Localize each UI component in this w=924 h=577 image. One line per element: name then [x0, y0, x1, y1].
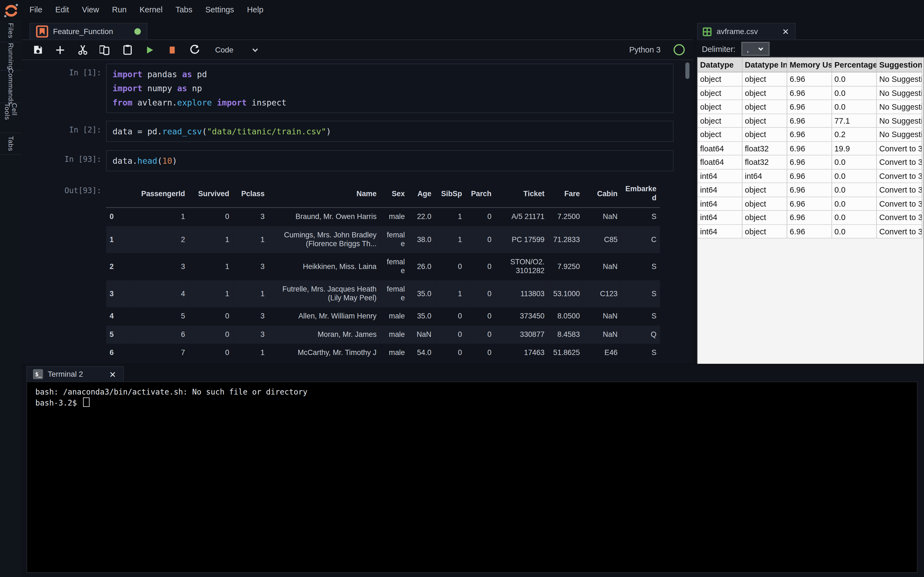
chevron-down-icon: [251, 46, 259, 54]
row-index: 1: [106, 226, 130, 253]
table-cell: S: [621, 208, 660, 226]
table-row: 6701McCarthy, Mr. Timothy Jmale54.000174…: [106, 344, 660, 362]
table-cell: 1: [233, 226, 268, 253]
notebook-vertical-scrollbar-thumb[interactable]: [685, 62, 690, 79]
sidebar-tab-files[interactable]: Files: [0, 19, 22, 43]
cell-type-select[interactable]: Code: [215, 45, 259, 54]
table-cell: 26.0: [409, 253, 435, 280]
csv-cell: int64: [698, 197, 743, 211]
csv-cell: object: [698, 100, 743, 114]
menu-item-settings[interactable]: Settings: [199, 0, 241, 19]
csv-row: int64object6.960.0Convert to 3: [698, 197, 924, 211]
table-cell: C85: [583, 226, 621, 253]
restart-button[interactable]: [187, 44, 201, 56]
table-cell: male: [380, 326, 409, 344]
table-cell: 113803: [495, 280, 548, 308]
csv-viewer-panel: avframe.csv ✕ Delimiter: , DatatypeDatat…: [697, 19, 924, 364]
cell-input-prompt: In [1]:: [22, 63, 106, 77]
csv-grid: DatatypeDatatype InMemory UsPercentageSu…: [697, 57, 924, 379]
csv-cell: No Suggesti: [877, 73, 922, 86]
terminal-tab-close-icon[interactable]: ✕: [108, 369, 118, 379]
menu-bar: FileEditViewRunKernelTabsSettingsHelp: [0, 0, 924, 19]
csv-cell: object: [743, 211, 787, 224]
terminal-tab-bar: $_ Terminal 2 ✕: [22, 364, 924, 381]
sidebar-tab-commands[interactable]: Commands: [0, 71, 22, 103]
dataframe-output: PassengerIdSurvivedPclassNameSexAgeSibSp…: [106, 180, 660, 362]
menu-item-file[interactable]: File: [23, 0, 49, 19]
terminal-tab[interactable]: $_ Terminal 2 ✕: [26, 366, 124, 382]
csv-grid-header: DatatypeDatatype InMemory UsPercentageSu…: [698, 58, 924, 73]
table-cell: 17463: [495, 344, 548, 362]
chevron-down-icon: [757, 45, 764, 53]
menu-item-run[interactable]: Run: [106, 0, 133, 19]
csv-cell: object: [698, 128, 743, 142]
table-cell: 1: [189, 226, 233, 253]
run-button[interactable]: [143, 44, 157, 56]
code-cell: In [2]:data = pd.read_csv("data/titanic/…: [22, 121, 693, 142]
table-cell: 0: [435, 344, 465, 362]
csv-cell: 77.1: [832, 114, 877, 128]
copy-button[interactable]: [98, 44, 112, 56]
table-row: 4503Allen, Mr. William Henrymale35.00037…: [106, 308, 660, 326]
row-index: 2: [106, 253, 130, 280]
menu-item-tabs[interactable]: Tabs: [169, 0, 199, 19]
table-cell: 5: [129, 308, 188, 326]
table-cell: 0: [189, 326, 233, 344]
table-cell: Braund, Mr. Owen Harris: [268, 208, 380, 226]
table-cell: 7.9250: [548, 253, 583, 280]
sidebar-tab-tabs[interactable]: Tabs: [0, 133, 22, 155]
csv-cell: Convert to 3: [877, 183, 922, 197]
csv-column-header: Memory Us: [787, 58, 832, 73]
table-cell: 6: [129, 326, 188, 344]
sidebar-tab-label: Files: [7, 23, 15, 38]
csv-cell: int64: [698, 183, 743, 197]
cell-code-editor[interactable]: import pandas as pdimport numpy as npfro…: [106, 63, 674, 113]
save-button[interactable]: [31, 44, 45, 56]
csv-tab[interactable]: avframe.csv ✕: [697, 23, 796, 40]
table-cell: Heikkinen, Miss. Laina: [268, 253, 380, 280]
table-cell: S: [621, 253, 660, 280]
column-header: Ticket: [495, 180, 548, 208]
cut-button[interactable]: [75, 44, 89, 56]
column-header: Age: [409, 180, 435, 208]
stop-button[interactable]: [165, 44, 179, 56]
csv-cell: float64: [698, 156, 743, 169]
table-cell: 22.0: [409, 208, 435, 226]
menu-item-help[interactable]: Help: [241, 0, 270, 19]
toolbar-icons: [26, 44, 205, 56]
table-cell: 0: [465, 344, 495, 362]
csv-cell: object: [743, 225, 787, 239]
csv-cell: 6.96: [787, 86, 832, 100]
csv-tab-close-icon[interactable]: ✕: [781, 27, 790, 36]
kernel-status-icon: [674, 44, 685, 55]
menu-item-view[interactable]: View: [75, 0, 105, 19]
csv-cell: 0.0: [832, 225, 877, 239]
csv-cell: int64: [698, 225, 743, 239]
code-line: data = pd.read_csv("data/titanic/train.c…: [113, 124, 667, 138]
table-cell: NaN: [409, 326, 435, 344]
app-logo-icon: [3, 2, 19, 19]
menu-item-kernel[interactable]: Kernel: [133, 0, 169, 19]
csv-row: objectobject6.960.0No Suggesti: [698, 73, 924, 86]
paste-button[interactable]: [120, 44, 134, 56]
cell-code-editor[interactable]: data.head(10): [106, 150, 674, 171]
add-button[interactable]: [53, 44, 67, 56]
table-cell: 7: [129, 344, 188, 362]
table-cell: 3: [233, 326, 268, 344]
terminal-output[interactable]: bash: /anaconda3/bin/activate.sh: No suc…: [26, 382, 918, 573]
cell-code-editor[interactable]: data = pd.read_csv("data/titanic/train.c…: [106, 121, 674, 142]
terminal-line: bash-3.2$: [36, 397, 917, 408]
csv-tab-bar: avframe.csv ✕: [697, 19, 924, 40]
table-cell: 53.1000: [548, 280, 583, 308]
csv-cell: int64: [698, 211, 743, 224]
notebook-tab[interactable]: Feature_Function: [29, 23, 147, 40]
csv-cell: Convert to 3: [877, 211, 922, 224]
table-cell: 3: [233, 253, 268, 280]
sidebar-tab-running[interactable]: Running: [0, 42, 22, 71]
delimiter-select[interactable]: ,: [741, 42, 770, 56]
menu-item-edit[interactable]: Edit: [48, 0, 75, 19]
sidebar-tab-cell-tools[interactable]: Cell Tools: [0, 103, 22, 133]
table-cell: 2: [129, 226, 188, 253]
table-cell: 4: [129, 280, 188, 308]
row-index: 5: [106, 326, 130, 344]
